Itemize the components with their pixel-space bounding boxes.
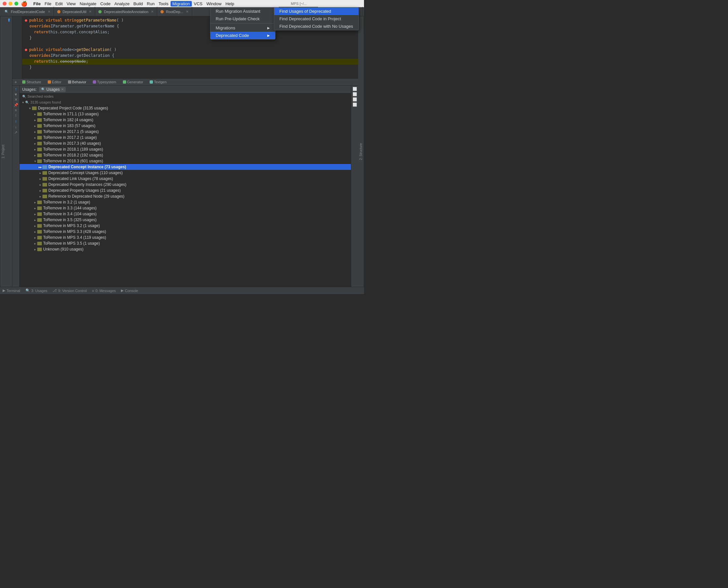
menu-migrations[interactable]: Migrations ▶ (210, 24, 275, 32)
minimize-button[interactable] (8, 2, 13, 5)
folder-icon-24 (37, 248, 42, 251)
structure-sidebar[interactable]: 2: Structure (358, 16, 364, 287)
tree-row-24[interactable]: Unknown (910 usages) (20, 246, 351, 252)
tab-behavior-label: Behavior (72, 80, 86, 84)
folder-icon-14 (42, 189, 47, 192)
tab-deprecatedutil[interactable]: DeprecatedUtil ✕ (54, 7, 96, 17)
tree-row-17[interactable]: ToRemove in 3.3 (144 usages) (20, 205, 351, 211)
tab-textgen[interactable]: Textgen (146, 79, 170, 85)
tree-row-9[interactable]: ToRemove in 2018.3 (601 usages) (20, 158, 351, 164)
tree-row-12[interactable]: Deprecated Link Usages (78 usages) (20, 176, 351, 182)
usages-status-item[interactable]: 🔍 3: Usages (25, 289, 48, 293)
right-toolbar-btn-1[interactable]: ⬜ (353, 87, 357, 91)
toolbar-pin[interactable]: 📌 (14, 103, 18, 107)
menu-run[interactable]: Run (145, 1, 157, 6)
tree-row-20[interactable]: ToRemove in MPS 3.2 (1 usage) (20, 223, 351, 229)
tree-row-0[interactable]: Deprecated Project Code (3135 usages) (20, 105, 351, 111)
add-tab-button[interactable]: + (13, 79, 19, 85)
toolbar-filter[interactable]: ▼ (14, 92, 18, 97)
tree-arrow-23 (33, 242, 37, 245)
tree-arrow-10: ▸ (38, 165, 42, 169)
tree-row-5[interactable]: ToRemove in 2017.2 (1 usage) (20, 134, 351, 141)
menu-run-pre-update-check[interactable]: Run Pre-Update Check (210, 15, 275, 23)
maximize-button[interactable] (14, 2, 18, 5)
tab-rootdep[interactable]: RootDep... ✕ (157, 7, 192, 17)
tree-row-10[interactable]: ▸ Deprecated Concept Instance (73 usages… (20, 164, 351, 170)
toolbar-export[interactable]: ↗ (14, 130, 17, 134)
tree-row-19[interactable]: ToRemove in 3.5 (325 usages) (20, 217, 351, 223)
tree-row-15[interactable]: Reference to Deprecated Node (29 usages) (20, 193, 351, 199)
tab-behavior[interactable]: Behavior (65, 79, 89, 85)
tree-row-6[interactable]: ToRemove in 2017.3 (40 usages) (20, 141, 351, 146)
tab-finddeprecatedcode[interactable]: 🔍 FindDeprecatedCode ✕ (1, 7, 54, 17)
menu-help[interactable]: Help (224, 1, 236, 6)
right-toolbar-btn-2[interactable]: ⬜ (353, 92, 357, 97)
tab-generator[interactable]: Generator (120, 79, 147, 85)
tree-row-8[interactable]: ToRemove in 2018.2 (192 usages) (20, 152, 351, 158)
toolbar-btn-1[interactable]: ⬆ (7, 18, 11, 23)
tree-row-2[interactable]: ToRemove in 182 (4 usages) (20, 117, 351, 123)
tree-row-11[interactable]: Deprecated Concept Usages (110 usages) (20, 170, 351, 176)
close-button[interactable] (3, 2, 6, 5)
toolbar-expand[interactable]: ↑ (15, 119, 17, 124)
version-control-item[interactable]: ⎇ 9: Version Control (53, 289, 87, 293)
terminal-item[interactable]: ▶ Terminal (3, 289, 20, 293)
dropdown-sep-1 (210, 23, 275, 23)
messages-item[interactable]: ≡ 0: Messages (92, 289, 116, 293)
tab-deprecatednodeannotation[interactable]: DeprecatedNodeAnnotation ✕ (95, 7, 157, 17)
tab-close-find[interactable]: ✕ (48, 10, 50, 14)
menu-launcher[interactable]: File (32, 1, 42, 6)
tab-close-annotation[interactable]: ✕ (151, 10, 153, 14)
project-sidebar[interactable]: 1: Project (0, 16, 6, 287)
toolbar-close[interactable]: ✕ (14, 97, 18, 102)
tree-row-21[interactable]: ToRemove in MPS 3.3 (428 usages) (20, 229, 351, 234)
tree-row-3[interactable]: ToRemove in 183 (57 usages) (20, 123, 351, 129)
toolbar-sort[interactable]: ↕ (15, 113, 17, 117)
tab-close-util[interactable]: ✕ (89, 10, 91, 14)
tree-row-18[interactable]: ToRemove in 3.4 (104 usages) (20, 211, 351, 217)
code-strikethrough-1: conceptNode (60, 59, 86, 64)
menu-deprecated-code[interactable]: Deprecated Code ▶ (210, 32, 275, 39)
menu-vcs[interactable]: VCS (192, 1, 205, 6)
tree-row-4[interactable]: ToRemove in 2017.1 (5 usages) (20, 129, 351, 134)
right-toolbar-btn-4[interactable]: ⬜ (353, 103, 357, 107)
tree-row-1[interactable]: ToRemove in 171.1 (13 usages) (20, 111, 351, 117)
menu-navigate[interactable]: Navigate (78, 1, 98, 6)
menu-analyze[interactable]: Analyze (112, 1, 131, 6)
tab-editor[interactable]: Editor (44, 79, 65, 85)
tree-label-18: ToRemove in 3.4 (104 usages) (43, 212, 97, 216)
menu-view[interactable]: View (65, 1, 78, 6)
toolbar-collapse[interactable]: ↓ (15, 125, 17, 129)
menu-find-usages-deprecated[interactable]: Find Usages of Deprecated (274, 7, 358, 15)
menu-find-deprecated-no-usages[interactable]: Find Deprecated Code with No Usages (274, 23, 358, 30)
toolbar-up[interactable]: ↑ (15, 87, 17, 91)
tab-structure[interactable]: Structure (19, 79, 44, 85)
usages-tab-label: Usages (46, 87, 60, 92)
menu-find-deprecated-in-project[interactable]: Find Deprecated Code in Project (274, 15, 358, 23)
menu-code[interactable]: Code (98, 1, 112, 6)
tab-typesystem[interactable]: Typesystem (89, 79, 120, 85)
tree-row-16[interactable]: ToRemove in 3.2 (1 usage) (20, 199, 351, 205)
right-toolbar-btn-3[interactable]: ⬜ (353, 97, 357, 102)
apple-menu[interactable]: 🍎 (21, 1, 27, 7)
tree-row-22[interactable]: ToRemove in MPS 3.4 (119 usages) (20, 234, 351, 240)
menu-build[interactable]: Build (131, 1, 145, 6)
usages-tree-panel[interactable]: 🔍 Searched nodes ▾ 🔍 3135 usages found D… (20, 93, 351, 287)
usages-tab-close[interactable]: ✕ (61, 87, 64, 91)
console-item[interactable]: ▶ Console (121, 289, 138, 293)
menu-file[interactable]: File (42, 1, 53, 6)
tree-row-7[interactable]: ToRemove in 2018.1 (189 usages) (20, 146, 351, 152)
menu-migration[interactable]: Migration (170, 1, 192, 6)
code-kw-3: return (34, 30, 48, 34)
window-controls[interactable] (3, 2, 18, 5)
menu-edit[interactable]: Edit (53, 1, 64, 6)
menu-tools[interactable]: Tools (157, 1, 170, 6)
usages-tab[interactable]: 🔍 Usages ✕ (39, 87, 66, 92)
toolbar-group[interactable]: ≡ (15, 108, 17, 112)
tree-row-23[interactable]: ToRemove in MPS 3.5 (1 usage) (20, 240, 351, 246)
tree-row-13[interactable]: Deprecated Property Instances (290 usage… (20, 182, 351, 188)
menu-run-migration-assistant[interactable]: Run Migration Assistant (210, 7, 275, 15)
tab-close-root[interactable]: ✕ (186, 10, 189, 14)
menu-window[interactable]: Window (205, 1, 224, 6)
tree-row-14[interactable]: Deprecated Property Usages (21 usages) (20, 188, 351, 193)
